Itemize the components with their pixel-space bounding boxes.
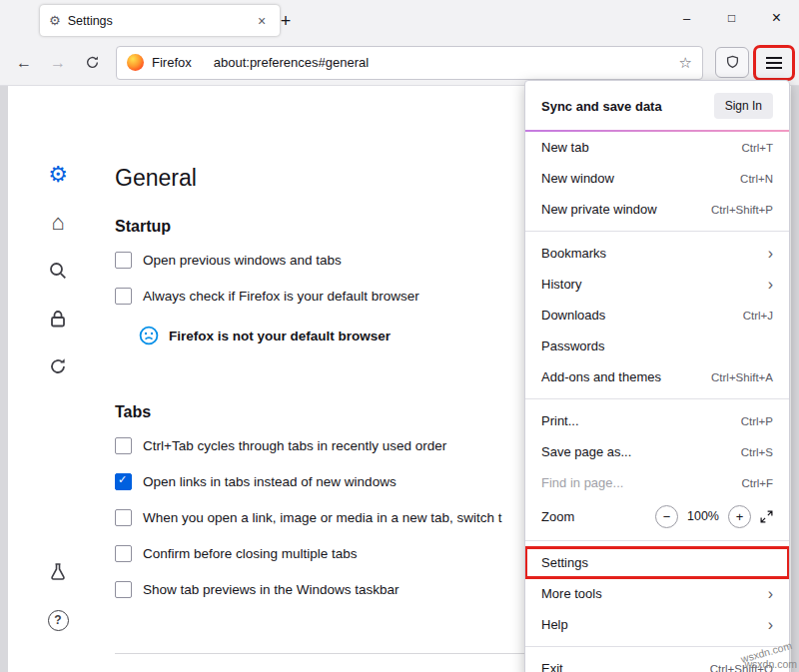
menu-item-shortcut: Ctrl+P: [741, 415, 773, 427]
menu-item-label: Help: [541, 617, 568, 632]
sidebar-item-privacy[interactable]: [46, 307, 70, 331]
settings-sidebar: ⚙ ⌂ ?: [8, 86, 108, 672]
menu-item-label: Print...: [541, 413, 579, 428]
sidebar-item-support[interactable]: ?: [46, 608, 70, 632]
chevron-right-icon: ›: [768, 277, 773, 293]
menu-separator: [525, 646, 789, 647]
shield-button[interactable]: [715, 47, 749, 78]
bookmark-star-icon[interactable]: ☆: [679, 54, 692, 72]
default-browser-notice-text: Firefox is not your default browser: [169, 329, 391, 343]
help-icon: ?: [48, 610, 69, 631]
menu-item-label: New private window: [541, 202, 657, 217]
minimize-button[interactable]: –: [664, 0, 709, 36]
new-tab-button[interactable]: +: [272, 7, 300, 35]
watermark: wsxdn.com: [744, 658, 797, 670]
menu-item-label: History: [541, 277, 581, 292]
sign-in-button[interactable]: Sign In: [714, 93, 773, 119]
menu-item-label: Passwords: [541, 338, 605, 353]
checkbox-label: When you open a link, image or media in …: [143, 510, 501, 525]
menu-item-print[interactable]: Print... Ctrl+P: [525, 405, 789, 436]
back-button[interactable]: ←: [8, 48, 40, 78]
menu-item-label: Find in page...: [541, 475, 623, 490]
menu-item-new-tab[interactable]: New tab Ctrl+T: [525, 132, 789, 163]
menu-item-shortcut: Ctrl+T: [741, 142, 773, 154]
sidebar-item-experiments[interactable]: [46, 560, 70, 584]
tab-settings[interactable]: ⚙ Settings ×: [40, 5, 280, 36]
checkbox-label: Always check if Firefox is your default …: [143, 289, 419, 304]
tab-close-icon[interactable]: ×: [253, 12, 271, 30]
maximize-button[interactable]: □: [709, 0, 754, 36]
forward-button[interactable]: →: [42, 48, 74, 78]
menu-item-help[interactable]: Help ›: [525, 609, 789, 640]
zoom-in-button[interactable]: +: [728, 505, 751, 528]
menu-item-history[interactable]: History ›: [525, 269, 789, 300]
address-bar[interactable]: Firefox about:preferences#general ☆: [116, 46, 703, 80]
sad-face-icon: [139, 326, 159, 345]
window-close-button[interactable]: ×: [754, 0, 799, 36]
menu-item-more-tools[interactable]: More tools ›: [525, 578, 789, 609]
checkbox-icon[interactable]: [115, 288, 132, 305]
reload-button[interactable]: [76, 48, 108, 78]
checkbox-label: Open previous windows and tabs: [143, 253, 342, 268]
menu-item-label: New tab: [541, 140, 589, 155]
menu-item-label: Exit: [541, 661, 563, 672]
app-menu-panel: Sync and save data Sign In New tab Ctrl+…: [524, 80, 790, 672]
sidebar-item-home[interactable]: ⌂: [46, 211, 70, 235]
menu-item-zoom: Zoom − 100% +: [525, 498, 789, 534]
menu-item-save-page-as[interactable]: Save page as... Ctrl+S: [525, 436, 789, 467]
menu-item-passwords[interactable]: Passwords: [525, 331, 789, 361]
sidebar-item-search[interactable]: [46, 259, 70, 283]
checkbox-label: Open links in tabs instead of new window…: [143, 474, 397, 489]
menu-item-downloads[interactable]: Downloads Ctrl+J: [525, 300, 789, 331]
search-icon: [48, 261, 68, 281]
menu-item-label: Add-ons and themes: [541, 369, 661, 384]
checkbox-icon[interactable]: [115, 545, 132, 562]
checkbox-icon[interactable]: [115, 437, 132, 454]
sync-header: Sync and save data Sign In: [525, 85, 789, 130]
menu-item-find-in-page[interactable]: Find in page... Ctrl+F: [525, 467, 789, 498]
menu-item-shortcut: Ctrl+Shift+A: [711, 371, 773, 383]
sync-icon: [48, 356, 68, 376]
checkbox-icon[interactable]: [115, 509, 132, 526]
menu-item-bookmarks[interactable]: Bookmarks ›: [525, 238, 789, 269]
menu-separator: [525, 398, 789, 399]
menu-item-label: Settings: [541, 555, 588, 570]
chevron-right-icon: ›: [768, 617, 773, 633]
checkbox-icon[interactable]: [115, 581, 132, 598]
menu-item-new-window[interactable]: New window Ctrl+N: [525, 163, 789, 194]
menu-separator: [525, 540, 789, 541]
window-controls: – □ ×: [664, 0, 799, 36]
checkbox-label: Show tab previews in the Windows taskbar: [143, 582, 400, 597]
lock-icon: [48, 309, 68, 329]
fullscreen-icon: [760, 510, 773, 523]
zoom-out-button[interactable]: −: [655, 505, 678, 528]
menu-item-new-private-window[interactable]: New private window Ctrl+Shift+P: [525, 194, 789, 225]
settings-favicon-gear-icon: ⚙: [49, 14, 61, 27]
reload-icon: [85, 55, 100, 70]
menu-item-settings[interactable]: Settings: [525, 547, 789, 578]
sync-label: Sync and save data: [541, 99, 662, 114]
menu-item-addons-themes[interactable]: Add-ons and themes Ctrl+Shift+A: [525, 361, 789, 392]
checkbox-icon[interactable]: [115, 252, 132, 269]
menu-item-label: Zoom: [541, 509, 574, 524]
menu-hamburger-button[interactable]: [757, 49, 791, 77]
menu-item-label: More tools: [541, 586, 602, 601]
sidebar-item-general[interactable]: ⚙: [46, 163, 70, 187]
menu-item-label: Downloads: [541, 308, 605, 323]
checkbox-icon[interactable]: [115, 473, 132, 490]
menu-item-shortcut: Ctrl+F: [741, 477, 773, 489]
url-text[interactable]: about:preferences#general: [214, 55, 671, 70]
menu-separator: [525, 231, 789, 232]
zoom-level[interactable]: 100%: [687, 509, 719, 523]
tab-title: Settings: [68, 14, 113, 28]
fullscreen-button[interactable]: [760, 510, 773, 523]
sidebar-item-sync[interactable]: [46, 354, 70, 378]
shield-icon: [725, 55, 740, 70]
menu-item-label: Bookmarks: [541, 246, 606, 261]
checkbox-label: Confirm before closing multiple tabs: [143, 546, 358, 561]
zoom-controls: − 100% +: [655, 505, 773, 528]
menu-item-shortcut: Ctrl+S: [741, 446, 773, 458]
menu-item-shortcut: Ctrl+N: [740, 173, 773, 185]
menu-item-shortcut: Ctrl+J: [743, 310, 773, 322]
firefox-window: ⚙ Settings × + – □ × ← → Firefox about:p…: [0, 0, 799, 672]
